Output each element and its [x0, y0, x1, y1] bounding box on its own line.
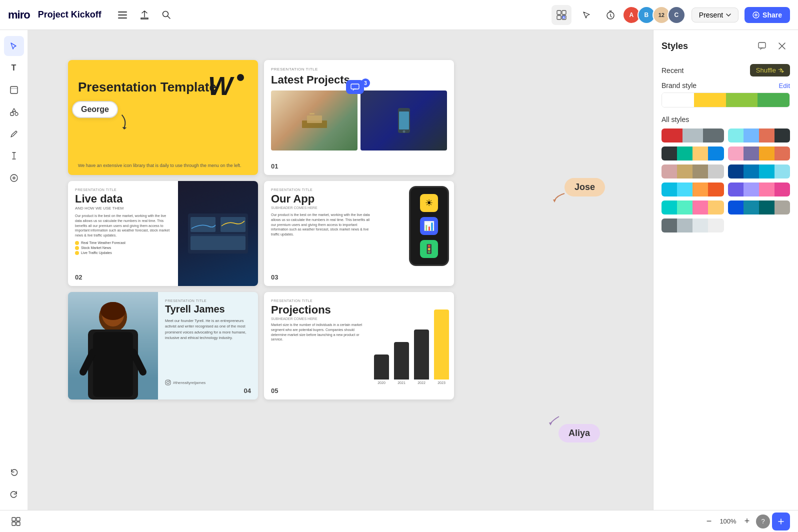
canvas-area[interactable]: George Jose Aliya 3 PRESENT: [28, 30, 653, 510]
svg-rect-25: [307, 116, 322, 123]
project-title: Project Kickoff: [38, 10, 102, 20]
style-item-1[interactable]: [662, 128, 724, 142]
svg-rect-33: [190, 236, 246, 250]
brand-swatch-row: [662, 92, 790, 108]
marker-tool[interactable]: [4, 146, 24, 166]
style-item-5[interactable]: [662, 164, 724, 178]
slide5-number: 04: [244, 387, 251, 394]
brand-style-label: Brand style: [662, 82, 696, 90]
present-button[interactable]: Present: [692, 8, 738, 22]
slide2-number: 01: [271, 162, 278, 170]
menu-button[interactable]: [114, 6, 132, 24]
timer-button[interactable]: [602, 6, 620, 24]
slide-2[interactable]: PRESENTATION TITLE Latest Projects 01: [264, 60, 454, 175]
svg-marker-18: [122, 126, 126, 130]
slide3-bullets: Real Time Weather Forecast Stock Market …: [75, 241, 170, 255]
smart-draw-button[interactable]: [552, 5, 572, 25]
bar-2023-bar: [434, 310, 449, 380]
svg-rect-48: [12, 522, 16, 526]
svg-rect-21: [351, 84, 359, 89]
bar-2020-label: 2020: [378, 381, 386, 384]
help-button[interactable]: ?: [756, 514, 770, 528]
style-item-3[interactable]: [662, 146, 724, 160]
undo-tool[interactable]: [4, 462, 24, 482]
brand-swatch-white: [662, 93, 694, 107]
brand-swatch-green: [726, 93, 758, 107]
board-view-button[interactable]: [8, 514, 24, 530]
edit-button[interactable]: Edit: [779, 82, 790, 90]
svg-marker-19: [553, 200, 556, 202]
svg-rect-49: [16, 522, 20, 526]
recent-label: Recent: [662, 66, 684, 74]
bar-2022: 2022: [414, 330, 429, 384]
shuffle-button[interactable]: Shuffle: [750, 64, 790, 76]
navigate-button[interactable]: [772, 512, 790, 530]
slide2-pretitle: PRESENTATION TITLE: [271, 67, 447, 72]
svg-point-43: [167, 382, 170, 384]
svg-point-23: [237, 74, 244, 81]
search-button[interactable]: [158, 6, 176, 24]
aliya-arrow: [548, 412, 563, 430]
add-tool[interactable]: [4, 168, 24, 188]
share-button[interactable]: Share: [744, 7, 790, 23]
select-tool[interactable]: [4, 36, 24, 56]
zoom-in-button[interactable]: +: [740, 514, 754, 528]
svg-text:W: W: [208, 72, 234, 100]
bar-2021: 2021: [394, 342, 409, 384]
style-item-9[interactable]: [662, 200, 724, 214]
upload-button[interactable]: [136, 6, 154, 24]
jose-arrow: [552, 190, 567, 207]
svg-line-4: [168, 16, 170, 18]
slide1-logo: W: [208, 70, 248, 104]
svg-rect-2: [118, 18, 127, 18]
styles-panel: Styles Recent Shuffle Brand style Edit: [653, 30, 798, 510]
bar-2023: 2023: [434, 310, 449, 384]
text-tool[interactable]: T: [4, 58, 24, 78]
close-panel-button[interactable]: [774, 38, 790, 54]
sticky-tool[interactable]: [4, 80, 24, 100]
svg-point-29: [402, 130, 405, 133]
bar-2021-bar: [394, 342, 409, 380]
aliya-annotation: Aliya: [558, 424, 600, 442]
svg-rect-15: [10, 112, 14, 116]
slide1-subtitle: We have an extensive icon library that i…: [78, 163, 248, 168]
share-label: Share: [762, 11, 782, 19]
george-annotation: George: [72, 101, 118, 118]
pen-tool[interactable]: [4, 124, 24, 144]
avatar-group: A B 12 C: [626, 6, 686, 24]
redo-tool[interactable]: [4, 484, 24, 504]
style-item-4[interactable]: [728, 146, 790, 160]
svg-rect-46: [12, 518, 16, 521]
cursor-button[interactable]: [578, 6, 596, 24]
traffic-icon: 🚦: [420, 240, 438, 258]
slide-4[interactable]: PRESENTATION TITLE Our App SUBHEADER COM…: [264, 181, 454, 286]
slide-6[interactable]: PRESENTATION TITLE Projections SUBHEADER…: [264, 292, 454, 400]
styles-grid: [662, 128, 790, 232]
slide-3[interactable]: PRESENTATION TITLE Live data AND HOW WE …: [68, 181, 258, 286]
shapes-tool[interactable]: [4, 102, 24, 122]
slide3-body: Our product is the best on the market, w…: [75, 214, 170, 238]
slide2-images: [271, 90, 447, 150]
weather-icon: ☀: [420, 194, 438, 212]
brand-style-row: Brand style Edit: [662, 82, 790, 90]
style-item-8[interactable]: [728, 182, 790, 196]
slide5-title: Tyrell James: [165, 304, 251, 315]
style-item-11[interactable]: [662, 218, 724, 232]
bar-2020: 2020: [374, 354, 389, 384]
jose-label: Jose: [574, 182, 595, 192]
phone-mockup: ☀ 📊 🚦: [409, 186, 449, 266]
slide6-number: 05: [271, 387, 278, 394]
slide5-instagram: #therealtyreljames: [165, 380, 206, 386]
style-item-7[interactable]: [662, 182, 724, 196]
bar-2020-bar: [374, 354, 389, 380]
style-item-6[interactable]: [728, 164, 790, 178]
slide-5[interactable]: PRESENTATION TITLE Tyrell James Meet our…: [68, 292, 258, 400]
style-item-10[interactable]: [728, 200, 790, 214]
comment-panel-button[interactable]: [754, 38, 770, 54]
miro-logo: miro: [8, 8, 30, 22]
style-item-2[interactable]: [728, 128, 790, 142]
svg-rect-6: [562, 10, 566, 14]
zoom-out-button[interactable]: −: [702, 514, 716, 528]
recent-section-row: Recent Shuffle: [662, 64, 790, 76]
comment-count: 3: [361, 78, 370, 88]
